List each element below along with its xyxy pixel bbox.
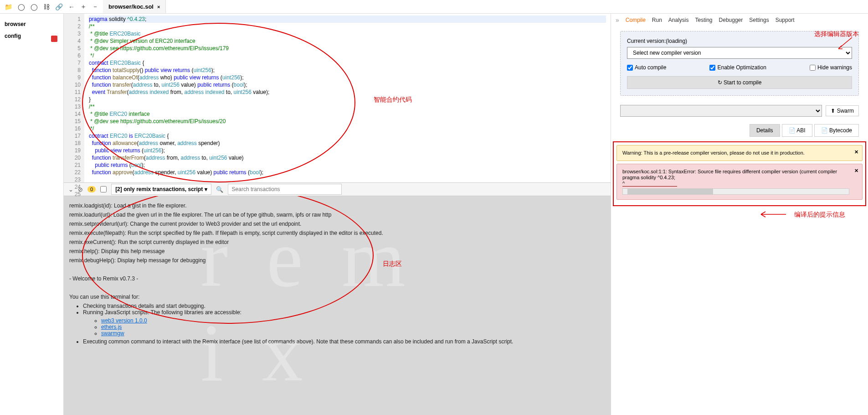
- tab-debugger[interactable]: Debugger: [719, 17, 743, 23]
- search-input[interactable]: [228, 184, 342, 195]
- bytecode-button[interactable]: 📄 Bytecode: [814, 124, 859, 137]
- circle-icon[interactable]: ◯: [18, 3, 25, 10]
- chain-icon[interactable]: ⛓: [43, 3, 50, 10]
- code-area[interactable]: pragma solidity ^0.4.23;/** * @title ERC…: [84, 14, 611, 182]
- filter-dropdown[interactable]: [2] only remix transactions, script ▾: [111, 184, 211, 195]
- terminal-output[interactable]: r e m i x 日志区 remix.loadgist(id): Load a…: [64, 196, 611, 415]
- terminal-toolbar: ⌄ ⊘ 0 [2] only remix transactions, scrip…: [64, 182, 611, 196]
- folder-icon[interactable]: 📁: [5, 3, 12, 10]
- close-icon[interactable]: ✕: [854, 168, 858, 174]
- tab-compile[interactable]: Compile: [626, 17, 646, 23]
- version-label: Current version:(loading): [627, 38, 852, 44]
- auto-compile-checkbox[interactable]: Auto compile: [627, 64, 666, 71]
- terminal-link[interactable]: swarmgw: [101, 330, 124, 337]
- top-bar: 📁 ◯ ◯ ⛓ 🔗 ← ＋ － browser/koc.sol ×: [0, 0, 868, 14]
- tab-settings[interactable]: Settings: [749, 17, 769, 23]
- warning-message: Warning: This is a pre-release compiler …: [616, 145, 863, 161]
- error-message: browser/koc.sol:1:1: SyntaxError: Source…: [616, 164, 863, 200]
- tab-analysis[interactable]: Analysis: [668, 17, 689, 23]
- terminal-link[interactable]: ethers.js: [101, 324, 122, 330]
- annotation-label: 编译后的提示信息: [794, 211, 845, 219]
- hide-warnings-checkbox[interactable]: Hide warnings: [810, 64, 852, 71]
- annotation-arrow: [759, 210, 786, 219]
- terminal-link[interactable]: web3 version 1.0.0: [101, 317, 147, 324]
- horizontal-scrollbar[interactable]: [622, 188, 849, 195]
- minus-icon[interactable]: －: [92, 3, 98, 11]
- pending-badge: 0: [87, 186, 96, 192]
- compile-button[interactable]: ↻ Start to compile: [627, 76, 852, 89]
- listen-checkbox[interactable]: [100, 186, 107, 192]
- plus-icon[interactable]: ＋: [80, 3, 87, 11]
- tab-testing[interactable]: Testing: [695, 17, 713, 23]
- compiler-messages: Warning: This is a pre-release compiler …: [613, 141, 866, 206]
- toolbar-icons: 📁 ◯ ◯ ⛓ 🔗 ← ＋ －: [0, 3, 103, 11]
- link-icon[interactable]: 🔗: [55, 3, 63, 10]
- back-icon[interactable]: ←: [68, 3, 75, 10]
- tab-support[interactable]: Support: [776, 17, 795, 23]
- right-panel: » Compile Run Analysis Testing Debugger …: [611, 14, 868, 415]
- compile-settings: Current version:(loading) Select new com…: [620, 31, 859, 96]
- line-gutter: 1234567891011121314151617181920212223242…: [64, 14, 84, 182]
- close-icon[interactable]: ✕: [854, 149, 858, 155]
- tab-title: browser/koc.sol: [108, 3, 154, 10]
- circle-icon[interactable]: ◯: [31, 3, 38, 10]
- tab-close-icon[interactable]: ×: [157, 4, 160, 10]
- swarm-button[interactable]: ⬆ Swarm: [826, 105, 859, 116]
- contract-select[interactable]: [620, 105, 822, 117]
- search-icon: 🔍: [216, 186, 223, 193]
- abi-button[interactable]: 📄 ABI: [782, 124, 812, 137]
- error-badge-icon[interactable]: [51, 36, 57, 42]
- file-tab[interactable]: browser/koc.sol ×: [103, 0, 166, 13]
- expand-icon[interactable]: »: [616, 16, 619, 24]
- compiler-select[interactable]: Select new compiler version: [627, 47, 852, 59]
- sidebar-item-browser[interactable]: browser: [5, 18, 59, 30]
- file-sidebar: browser config: [0, 14, 64, 415]
- enable-opt-checkbox[interactable]: Enable Optimization: [709, 64, 766, 71]
- tab-run[interactable]: Run: [652, 17, 662, 23]
- code-editor[interactable]: 1234567891011121314151617181920212223242…: [64, 14, 611, 182]
- right-tab-bar: » Compile Run Analysis Testing Debugger …: [611, 14, 868, 26]
- details-button[interactable]: Details: [750, 124, 780, 137]
